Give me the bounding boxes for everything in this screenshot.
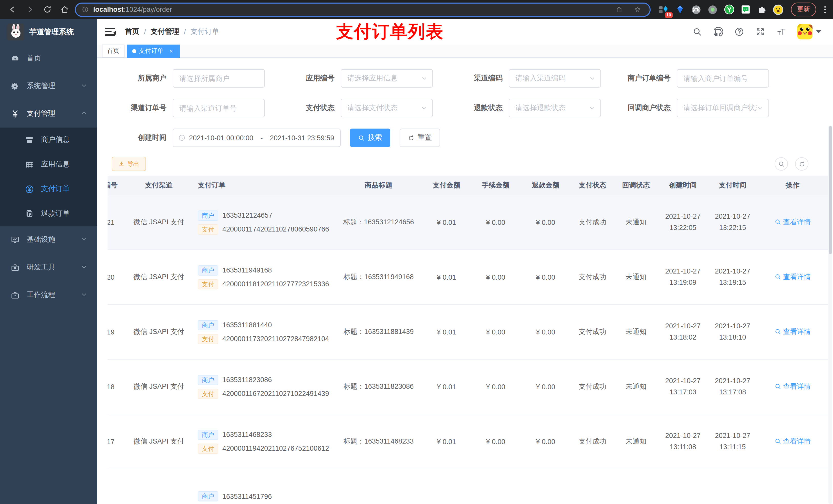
cell-actions: 查看详情 [757,437,828,447]
sidebar-item-refund-order[interactable]: 退款订单 [0,201,97,226]
forward-icon[interactable] [23,2,37,17]
merchant-order-no-label: 商户订单编号 [622,74,671,83]
create-time-label: 创建时间 [118,133,166,142]
tab-manager-extension-icon[interactable]: 10 [658,4,669,15]
avatar[interactable] [797,24,812,40]
reload-icon[interactable] [40,2,54,17]
scrollbar-thumb[interactable] [829,126,832,254]
chat-extension-icon[interactable] [740,4,751,15]
tab-home[interactable]: 首页 [102,44,124,57]
url-bar[interactable]: localhost:1024/pay/order [75,2,651,17]
cell-id: 19 [108,328,126,336]
command-extension-icon[interactable] [691,4,702,15]
sidebar-item-label: 研发工具 [27,263,55,272]
table-row: 21 微信 JSAPI 支付 商户1635312124657 支付4200001… [108,195,828,250]
pay-tag: 支付 [198,334,218,344]
profile-avatar-icon[interactable] [772,4,784,15]
cell-id: 20 [108,273,126,281]
chevron-down-icon [421,75,427,81]
tab-pay-order[interactable]: 支付订单 × [127,44,180,57]
merchant-tag: 商户 [198,430,218,440]
merchant-input[interactable] [173,69,265,88]
fullscreen-icon[interactable] [755,27,765,37]
sidebar-item-label: 支付订单 [41,184,70,194]
github-icon[interactable] [713,27,723,37]
merchant-tag: 商户 [198,265,218,275]
callback-status-select[interactable]: 请选择订单回调商户状态 [677,99,769,117]
url-host: localhost [93,6,124,13]
toggle-search-icon[interactable] [775,157,788,171]
export-button[interactable]: 导出 [112,157,146,171]
bookmark-star-icon[interactable] [630,2,644,17]
sketch-extension-icon[interactable] [674,4,686,15]
home-icon[interactable] [57,2,72,17]
date-range-picker[interactable]: 2021-10-01 00:00:00 - 2021-10-31 23:59:5… [173,128,341,147]
browser-update-button[interactable]: 更新 [791,3,816,16]
sidebar-menu: 首页 系统管理 支付管理 [0,45,97,309]
cell-channel: 微信 JSAPI 支付 [126,218,192,227]
extensions-puzzle-icon[interactable] [756,4,767,15]
view-detail-link[interactable]: 查看详情 [774,218,811,227]
sidebar-item-pay-order[interactable]: 支付订单 [0,177,97,201]
app-no-label: 应用编号 [286,74,335,83]
y-extension-icon[interactable] [723,4,735,15]
cell-notify-status: 未通知 [614,382,658,391]
sidebar-item-merchant-info[interactable]: 商户信息 [0,127,97,152]
reset-button[interactable]: 重置 [400,128,440,147]
merchant-order-no-field[interactable] [684,74,763,82]
help-icon[interactable] [734,27,744,37]
search-button[interactable]: 搜索 [350,128,390,147]
sidebar-item-system[interactable]: 系统管理 [0,72,97,100]
chevron-down-icon [81,236,87,244]
refresh-icon[interactable] [795,157,808,171]
channel-order-no-field[interactable] [179,104,259,112]
col-pay-status: 支付状态 [571,181,614,190]
view-detail-link[interactable]: 查看详情 [774,327,811,337]
font-size-icon[interactable] [776,27,786,37]
sidebar-item-app-info[interactable]: 应用信息 [0,152,97,177]
channel-code-select[interactable]: 请输入渠道编码 [509,69,601,88]
clock-icon [178,134,186,141]
table-row: 17 微信 JSAPI 支付 商户1635311468233 支付4200001… [108,414,828,469]
search-icon[interactable] [692,27,703,37]
sidebar-item-label: 支付管理 [27,109,55,118]
caret-down-icon[interactable] [816,30,821,33]
view-detail-link[interactable]: 查看详情 [774,272,811,282]
cell-refund: ¥ 0.00 [521,218,571,226]
share-icon[interactable] [612,2,626,17]
site-info-icon[interactable] [81,5,89,14]
breadcrumb-home[interactable]: 首页 [125,27,139,37]
app-no-select[interactable]: 请选择应用信息 [341,69,433,88]
sidebar-item-pay[interactable]: 支付管理 [0,100,97,127]
refund-status-select[interactable]: 请选择退款状态 [509,99,601,117]
view-detail-link[interactable]: 查看详情 [774,437,811,446]
merchant-order-no-input[interactable] [677,69,769,88]
user-menu[interactable] [797,24,821,40]
cell-amount: ¥ 0.01 [422,218,471,226]
sidebar-item-devtools[interactable]: 研发工具 [0,254,97,281]
cell-amount: ¥ 0.01 [422,438,471,446]
gear-icon [10,81,20,91]
cell-notify-status: 未通知 [614,218,658,227]
col-order: 支付订单 [192,181,335,190]
merchant-input-field[interactable] [179,74,259,82]
monitor-icon [10,235,20,244]
sidebar-item-home[interactable]: 首页 [0,45,97,72]
pay-tag: 支付 [198,224,218,234]
cell-pay-status: 支付成功 [571,327,614,337]
tab-label: 支付订单 [139,47,163,55]
recorder-extension-icon[interactable] [707,4,718,15]
back-icon[interactable] [5,2,20,17]
date-start: 2021-10-01 00:00:00 [189,134,253,142]
view-detail-link[interactable]: 查看详情 [774,382,811,391]
close-icon[interactable]: × [168,47,175,54]
collapse-sidebar-icon[interactable] [105,26,116,38]
sidebar-item-infra[interactable]: 基础设施 [0,226,97,254]
app-logo[interactable]: 芋道管理系统 [0,19,97,45]
sidebar-item-workflow[interactable]: 工作流程 [0,281,97,309]
pay-status-select[interactable]: 请选择支付状态 [341,99,433,117]
breadcrumb-pay[interactable]: 支付管理 [151,27,179,37]
url-path: :1024/pay/order [124,6,172,13]
channel-order-no-input[interactable] [173,99,265,117]
browser-menu-icon[interactable] [822,6,828,13]
